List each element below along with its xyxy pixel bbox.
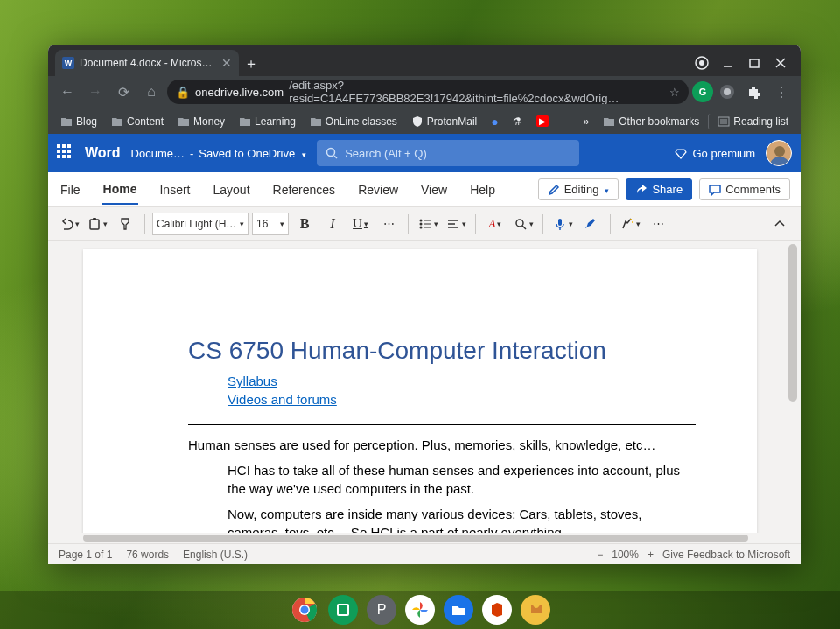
chrome-window: W Document 4.docx - Microsoft Wo ✕ ＋ ← →… — [48, 45, 801, 564]
search-input[interactable]: Search (Alt + Q) — [317, 140, 579, 166]
sheets-app-icon[interactable] — [328, 595, 358, 625]
status-page[interactable]: Page 1 of 1 — [59, 549, 112, 561]
status-bar: Page 1 of 1 76 words English (U.S.) − 10… — [48, 543, 801, 564]
bookmark-item[interactable]: ⚗ — [508, 114, 528, 129]
format-painter-button[interactable] — [113, 213, 137, 235]
tab-home[interactable]: Home — [102, 175, 139, 205]
svg-point-17 — [770, 157, 789, 166]
close-tab-icon[interactable]: ✕ — [221, 56, 232, 70]
tab-layout[interactable]: Layout — [211, 176, 251, 204]
back-button[interactable]: ← — [55, 80, 80, 104]
italic-button[interactable]: I — [320, 213, 345, 235]
doc-link-videos[interactable]: Videos and forums — [228, 390, 696, 409]
tab-view[interactable]: View — [419, 176, 449, 204]
svg-point-22 — [419, 226, 422, 228]
editor-button[interactable] — [578, 213, 603, 235]
bookmark-content[interactable]: Content — [106, 114, 169, 129]
find-button[interactable] — [511, 213, 536, 235]
zoom-level[interactable]: 100% — [612, 549, 639, 561]
align-button[interactable] — [444, 213, 468, 235]
folder-icon — [111, 115, 123, 128]
svg-point-3 — [699, 60, 704, 66]
doc-divider — [188, 424, 696, 425]
tab-review[interactable]: Review — [356, 176, 400, 204]
vertical-scrollbar[interactable] — [787, 241, 799, 543]
list-icon — [718, 115, 730, 128]
photos-app-icon[interactable] — [405, 595, 435, 625]
zoom-in-button[interactable]: + — [648, 549, 654, 561]
designer-button[interactable] — [618, 213, 642, 235]
files-app-icon[interactable] — [444, 595, 473, 625]
browser-tab[interactable]: W Document 4.docx - Microsoft Wo ✕ — [55, 50, 239, 76]
bookmark-online-classes[interactable]: OnLine classes — [304, 114, 402, 129]
bookmark-money[interactable]: Money — [172, 114, 230, 129]
styles-button[interactable]: A — [483, 213, 508, 235]
profile-badge-icon[interactable] — [689, 50, 715, 76]
reload-button[interactable]: ⟳ — [111, 80, 136, 104]
bookmark-item[interactable]: ▶ — [531, 114, 554, 129]
url-field[interactable]: 🔒 onedrive.live.com/edit.aspx?resid=C1A4… — [167, 80, 689, 104]
font-size-select[interactable]: 16▾ — [252, 213, 289, 235]
bookmark-item[interactable]: ● — [486, 113, 503, 130]
bookmark-star-icon[interactable]: ☆ — [669, 86, 680, 99]
ribbon-collapse-button[interactable] — [767, 213, 792, 235]
paste-button[interactable] — [85, 213, 109, 235]
extensions-icon[interactable] — [741, 80, 766, 104]
share-button[interactable]: Share — [626, 178, 692, 200]
ribbon-tabs: File Home Insert Layout References Revie… — [48, 172, 801, 207]
other-bookmarks[interactable]: Other bookmarks — [598, 114, 704, 129]
tab-insert[interactable]: Insert — [158, 176, 192, 204]
diamond-icon — [675, 147, 687, 159]
user-avatar[interactable] — [766, 140, 792, 166]
font-name-select[interactable]: Calibri Light (H…▾ — [152, 213, 248, 235]
bullets-button[interactable] — [416, 213, 440, 235]
app-icon-p[interactable]: P — [367, 595, 396, 625]
tab-file[interactable]: File — [59, 176, 82, 204]
more-ribbon-button[interactable]: ⋯ — [646, 213, 670, 235]
tab-help[interactable]: Help — [468, 176, 497, 204]
dictate-button[interactable] — [550, 213, 575, 235]
word-favicon-icon: W — [62, 57, 74, 69]
status-words[interactable]: 76 words — [126, 549, 169, 561]
chrome-app-icon[interactable] — [290, 595, 319, 625]
close-window-button[interactable] — [767, 50, 794, 76]
status-language[interactable]: English (U.S.) — [183, 549, 248, 561]
svg-line-30 — [522, 226, 526, 229]
bold-button[interactable]: B — [292, 213, 317, 235]
bookmarks-overflow[interactable]: » — [578, 114, 595, 129]
grammarly-ext-icon[interactable]: G — [692, 81, 713, 102]
chrome-menu-icon[interactable]: ⋮ — [769, 80, 794, 104]
chrome-profile-icon[interactable] — [717, 81, 738, 102]
document-page[interactable]: CS 6750 Human-Computer Interaction Sylla… — [83, 249, 757, 543]
underline-button[interactable]: U — [348, 213, 373, 235]
feedback-link[interactable]: Give Feedback to Microsoft — [662, 549, 790, 561]
app-launcher-icon[interactable] — [57, 144, 74, 162]
svg-point-33 — [630, 219, 632, 220]
minimize-button[interactable] — [715, 50, 741, 76]
zoom-out-button[interactable]: − — [597, 549, 603, 561]
bookmark-learning[interactable]: Learning — [234, 114, 301, 129]
office-app-icon[interactable] — [482, 595, 512, 625]
chevron-down-icon — [300, 147, 306, 160]
tab-references[interactable]: References — [271, 176, 338, 204]
go-premium-button[interactable]: Go premium — [675, 147, 755, 160]
svg-rect-18 — [90, 220, 99, 229]
youtube-icon: ▶ — [536, 115, 549, 127]
bookmark-protonmail[interactable]: ProtonMail — [406, 114, 482, 129]
svg-text:W: W — [65, 59, 73, 67]
doc-link-syllabus[interactable]: Syllabus — [228, 372, 696, 390]
new-tab-button[interactable]: ＋ — [239, 52, 263, 76]
horizontal-scrollbar[interactable] — [48, 533, 787, 543]
bookmark-blog[interactable]: Blog — [55, 114, 102, 129]
editing-mode-button[interactable]: Editing — [538, 178, 620, 200]
app-icon[interactable] — [521, 595, 550, 625]
maximize-button[interactable] — [741, 50, 767, 76]
more-font-button[interactable]: ⋯ — [376, 213, 401, 235]
svg-rect-40 — [339, 605, 347, 614]
svg-point-20 — [419, 219, 422, 221]
home-button[interactable]: ⌂ — [139, 80, 164, 104]
undo-button[interactable] — [57, 213, 81, 235]
reading-list[interactable]: Reading list — [708, 114, 794, 129]
comments-button[interactable]: Comments — [699, 178, 790, 200]
document-name[interactable]: Docume…-Saved to OneDrive — [131, 147, 307, 160]
